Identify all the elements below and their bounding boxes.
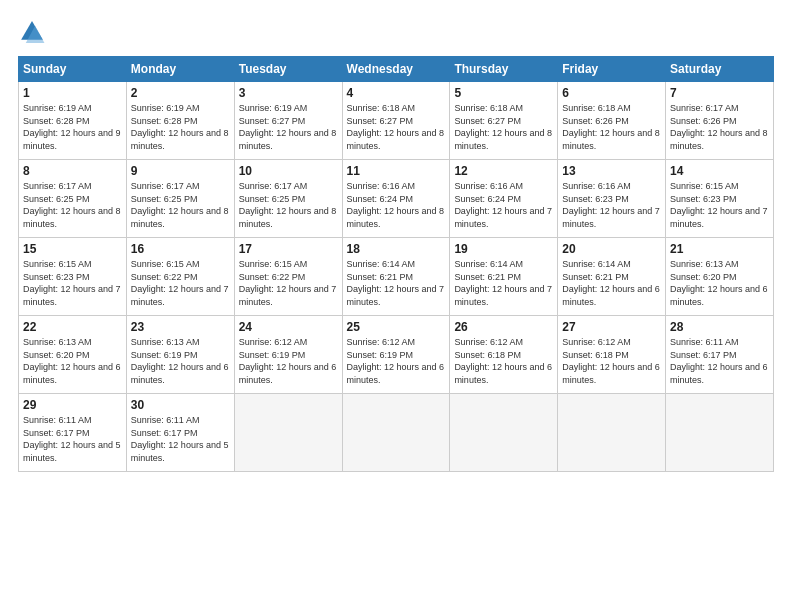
day-number: 29 [23,398,122,412]
day-number: 16 [131,242,230,256]
day-number: 30 [131,398,230,412]
day-info: Sunrise: 6:12 AMSunset: 6:19 PMDaylight:… [239,336,338,386]
calendar-week-row: 22Sunrise: 6:13 AMSunset: 6:20 PMDayligh… [19,316,774,394]
day-cell-29: 29Sunrise: 6:11 AMSunset: 6:17 PMDayligh… [19,394,127,472]
day-number: 19 [454,242,553,256]
empty-cell [342,394,450,472]
day-info: Sunrise: 6:15 AMSunset: 6:22 PMDaylight:… [239,258,338,308]
day-cell-1: 1Sunrise: 6:19 AMSunset: 6:28 PMDaylight… [19,82,127,160]
day-info: Sunrise: 6:15 AMSunset: 6:23 PMDaylight:… [670,180,769,230]
day-number: 21 [670,242,769,256]
day-cell-21: 21Sunrise: 6:13 AMSunset: 6:20 PMDayligh… [666,238,774,316]
day-info: Sunrise: 6:11 AMSunset: 6:17 PMDaylight:… [670,336,769,386]
calendar-week-row: 29Sunrise: 6:11 AMSunset: 6:17 PMDayligh… [19,394,774,472]
day-cell-13: 13Sunrise: 6:16 AMSunset: 6:23 PMDayligh… [558,160,666,238]
day-cell-20: 20Sunrise: 6:14 AMSunset: 6:21 PMDayligh… [558,238,666,316]
calendar-header-row: SundayMondayTuesdayWednesdayThursdayFrid… [19,57,774,82]
day-cell-17: 17Sunrise: 6:15 AMSunset: 6:22 PMDayligh… [234,238,342,316]
day-number: 18 [347,242,446,256]
day-cell-9: 9Sunrise: 6:17 AMSunset: 6:25 PMDaylight… [126,160,234,238]
day-cell-18: 18Sunrise: 6:14 AMSunset: 6:21 PMDayligh… [342,238,450,316]
day-cell-6: 6Sunrise: 6:18 AMSunset: 6:26 PMDaylight… [558,82,666,160]
day-info: Sunrise: 6:17 AMSunset: 6:26 PMDaylight:… [670,102,769,152]
empty-cell [234,394,342,472]
day-number: 27 [562,320,661,334]
day-info: Sunrise: 6:12 AMSunset: 6:19 PMDaylight:… [347,336,446,386]
day-info: Sunrise: 6:16 AMSunset: 6:24 PMDaylight:… [347,180,446,230]
day-cell-15: 15Sunrise: 6:15 AMSunset: 6:23 PMDayligh… [19,238,127,316]
day-info: Sunrise: 6:19 AMSunset: 6:28 PMDaylight:… [131,102,230,152]
day-number: 7 [670,86,769,100]
day-cell-16: 16Sunrise: 6:15 AMSunset: 6:22 PMDayligh… [126,238,234,316]
col-header-friday: Friday [558,57,666,82]
day-number: 28 [670,320,769,334]
day-cell-7: 7Sunrise: 6:17 AMSunset: 6:26 PMDaylight… [666,82,774,160]
logo-icon [18,18,46,46]
col-header-wednesday: Wednesday [342,57,450,82]
day-cell-5: 5Sunrise: 6:18 AMSunset: 6:27 PMDaylight… [450,82,558,160]
day-info: Sunrise: 6:17 AMSunset: 6:25 PMDaylight:… [239,180,338,230]
empty-cell [558,394,666,472]
day-info: Sunrise: 6:11 AMSunset: 6:17 PMDaylight:… [23,414,122,464]
day-info: Sunrise: 6:15 AMSunset: 6:22 PMDaylight:… [131,258,230,308]
day-number: 3 [239,86,338,100]
day-number: 14 [670,164,769,178]
col-header-sunday: Sunday [19,57,127,82]
calendar-week-row: 8Sunrise: 6:17 AMSunset: 6:25 PMDaylight… [19,160,774,238]
day-info: Sunrise: 6:17 AMSunset: 6:25 PMDaylight:… [23,180,122,230]
day-info: Sunrise: 6:12 AMSunset: 6:18 PMDaylight:… [562,336,661,386]
day-cell-4: 4Sunrise: 6:18 AMSunset: 6:27 PMDaylight… [342,82,450,160]
day-cell-10: 10Sunrise: 6:17 AMSunset: 6:25 PMDayligh… [234,160,342,238]
header [18,18,774,46]
day-number: 10 [239,164,338,178]
day-number: 15 [23,242,122,256]
day-info: Sunrise: 6:18 AMSunset: 6:27 PMDaylight:… [347,102,446,152]
day-cell-26: 26Sunrise: 6:12 AMSunset: 6:18 PMDayligh… [450,316,558,394]
day-number: 9 [131,164,230,178]
day-cell-8: 8Sunrise: 6:17 AMSunset: 6:25 PMDaylight… [19,160,127,238]
day-cell-3: 3Sunrise: 6:19 AMSunset: 6:27 PMDaylight… [234,82,342,160]
day-info: Sunrise: 6:14 AMSunset: 6:21 PMDaylight:… [562,258,661,308]
empty-cell [450,394,558,472]
day-info: Sunrise: 6:13 AMSunset: 6:19 PMDaylight:… [131,336,230,386]
page: SundayMondayTuesdayWednesdayThursdayFrid… [0,0,792,612]
day-info: Sunrise: 6:11 AMSunset: 6:17 PMDaylight:… [131,414,230,464]
col-header-tuesday: Tuesday [234,57,342,82]
day-number: 17 [239,242,338,256]
day-cell-12: 12Sunrise: 6:16 AMSunset: 6:24 PMDayligh… [450,160,558,238]
day-info: Sunrise: 6:18 AMSunset: 6:26 PMDaylight:… [562,102,661,152]
day-info: Sunrise: 6:14 AMSunset: 6:21 PMDaylight:… [347,258,446,308]
day-info: Sunrise: 6:19 AMSunset: 6:27 PMDaylight:… [239,102,338,152]
day-number: 24 [239,320,338,334]
day-number: 2 [131,86,230,100]
day-number: 8 [23,164,122,178]
logo [18,18,50,46]
day-number: 5 [454,86,553,100]
day-number: 12 [454,164,553,178]
day-cell-28: 28Sunrise: 6:11 AMSunset: 6:17 PMDayligh… [666,316,774,394]
day-info: Sunrise: 6:18 AMSunset: 6:27 PMDaylight:… [454,102,553,152]
day-number: 20 [562,242,661,256]
day-cell-22: 22Sunrise: 6:13 AMSunset: 6:20 PMDayligh… [19,316,127,394]
day-cell-19: 19Sunrise: 6:14 AMSunset: 6:21 PMDayligh… [450,238,558,316]
empty-cell [666,394,774,472]
day-info: Sunrise: 6:17 AMSunset: 6:25 PMDaylight:… [131,180,230,230]
day-cell-30: 30Sunrise: 6:11 AMSunset: 6:17 PMDayligh… [126,394,234,472]
day-number: 4 [347,86,446,100]
day-number: 22 [23,320,122,334]
day-info: Sunrise: 6:12 AMSunset: 6:18 PMDaylight:… [454,336,553,386]
calendar-table: SundayMondayTuesdayWednesdayThursdayFrid… [18,56,774,472]
day-cell-25: 25Sunrise: 6:12 AMSunset: 6:19 PMDayligh… [342,316,450,394]
day-number: 25 [347,320,446,334]
day-info: Sunrise: 6:13 AMSunset: 6:20 PMDaylight:… [23,336,122,386]
day-cell-23: 23Sunrise: 6:13 AMSunset: 6:19 PMDayligh… [126,316,234,394]
day-number: 6 [562,86,661,100]
day-cell-11: 11Sunrise: 6:16 AMSunset: 6:24 PMDayligh… [342,160,450,238]
day-info: Sunrise: 6:15 AMSunset: 6:23 PMDaylight:… [23,258,122,308]
day-cell-24: 24Sunrise: 6:12 AMSunset: 6:19 PMDayligh… [234,316,342,394]
day-info: Sunrise: 6:19 AMSunset: 6:28 PMDaylight:… [23,102,122,152]
day-number: 23 [131,320,230,334]
calendar-week-row: 1Sunrise: 6:19 AMSunset: 6:28 PMDaylight… [19,82,774,160]
col-header-saturday: Saturday [666,57,774,82]
day-cell-14: 14Sunrise: 6:15 AMSunset: 6:23 PMDayligh… [666,160,774,238]
